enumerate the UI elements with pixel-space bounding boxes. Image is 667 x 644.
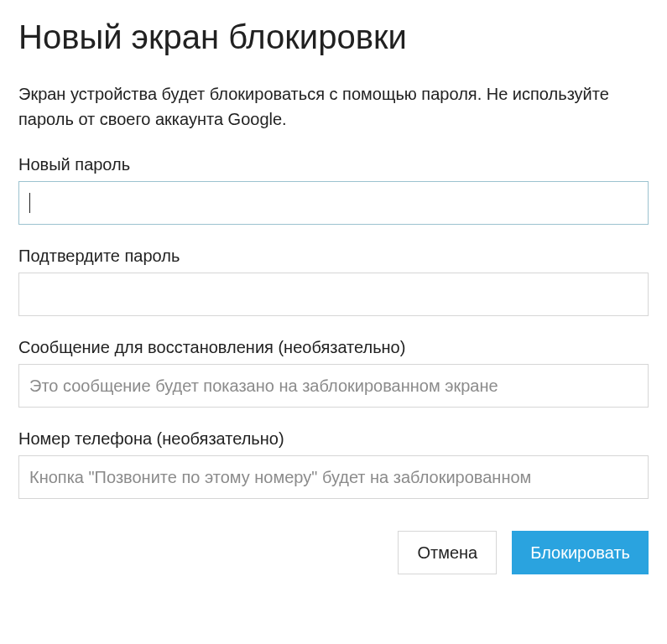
new-password-group: Новый пароль <box>18 155 649 225</box>
cancel-button[interactable]: Отмена <box>398 531 497 574</box>
page-title: Новый экран блокировки <box>18 18 649 56</box>
recovery-message-group: Сообщение для восстановления (необязател… <box>18 338 649 408</box>
description-text: Экран устройства будет блокироваться с п… <box>18 81 649 132</box>
recovery-message-input[interactable] <box>18 364 649 408</box>
lock-button[interactable]: Блокировать <box>512 531 649 574</box>
recovery-message-label: Сообщение для восстановления (необязател… <box>18 338 649 357</box>
text-cursor <box>29 193 30 213</box>
phone-number-group: Номер телефона (необязательно) <box>18 429 649 499</box>
confirm-password-input[interactable] <box>18 273 649 316</box>
confirm-password-label: Подтвердите пароль <box>18 247 649 266</box>
phone-number-input[interactable] <box>18 455 649 499</box>
button-row: Отмена Блокировать <box>18 531 649 574</box>
new-password-input[interactable] <box>18 181 649 225</box>
confirm-password-group: Подтвердите пароль <box>18 247 649 316</box>
phone-number-label: Номер телефона (необязательно) <box>18 429 649 449</box>
new-password-label: Новый пароль <box>18 155 649 174</box>
